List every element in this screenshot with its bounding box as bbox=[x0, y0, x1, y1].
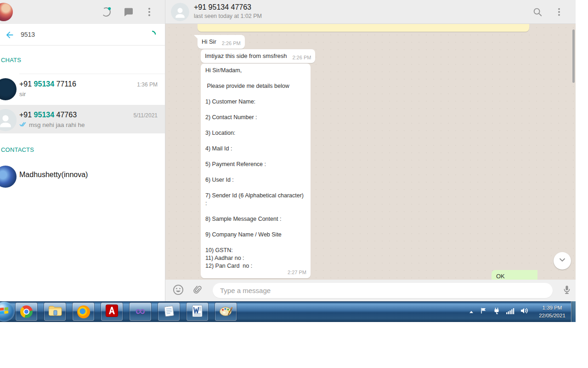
taskbar-firefox-button[interactable] bbox=[72, 302, 95, 321]
chat-name-prefix: +91 bbox=[19, 80, 34, 88]
chat-preview-text: msg nehi jaa rahi he bbox=[29, 121, 85, 128]
my-profile-avatar[interactable] bbox=[0, 3, 13, 21]
message-text: Hi Sir/Madam, Please provide me details … bbox=[205, 67, 306, 270]
menu-kebab-icon[interactable] bbox=[145, 6, 154, 19]
chat-name: +91 95134 47763 bbox=[19, 111, 77, 119]
visual-studio-icon: ∞ bbox=[136, 304, 145, 318]
chat-name-suffix: 47763 bbox=[54, 111, 77, 119]
chat-time: 5/11/2021 bbox=[134, 112, 158, 119]
chat-name-prefix: +91 bbox=[19, 111, 34, 119]
new-chat-icon[interactable] bbox=[123, 6, 134, 19]
chat-preview: sir bbox=[19, 91, 26, 98]
chat-list-item-77116[interactable]: +91 95134 77116 1:36 PM sir bbox=[0, 74, 165, 105]
windows-taskbar: ∞ 1:39 PM 22/05/2021 bbox=[0, 301, 576, 322]
message-time: 2:26 PM bbox=[222, 40, 241, 47]
sidebar: CHATS +91 95134 77116 1:36 PM sir +91 95… bbox=[0, 0, 165, 301]
chat-name-highlight: 95134 bbox=[34, 80, 55, 88]
message-bubble-incoming[interactable]: Hi Sir/Madam, Please provide me details … bbox=[201, 63, 311, 278]
contact-list-item-madhushetty[interactable]: Madhushetty(innova) bbox=[0, 162, 165, 193]
messages-scrollbar-thumb[interactable] bbox=[572, 29, 575, 83]
firefox-icon bbox=[77, 305, 90, 318]
paint-icon bbox=[219, 305, 233, 319]
double-check-icon bbox=[19, 121, 27, 128]
message-text: OK bbox=[496, 273, 505, 280]
composer-bar bbox=[165, 280, 576, 301]
back-arrow-icon[interactable] bbox=[5, 30, 15, 42]
message-bubble-incoming[interactable]: Hi Sir2:26 PM bbox=[198, 35, 245, 49]
adobe-reader-icon bbox=[106, 305, 118, 319]
show-desktop-button[interactable] bbox=[571, 301, 576, 322]
chat-avatar bbox=[0, 109, 17, 131]
taskbar-visual-studio-button[interactable]: ∞ bbox=[129, 302, 152, 321]
search-input[interactable] bbox=[21, 31, 131, 38]
conversation-header-icons bbox=[532, 7, 564, 19]
chat-avatar bbox=[0, 78, 17, 100]
chat-preview-text: sir bbox=[19, 91, 26, 98]
scroll-to-bottom-button[interactable] bbox=[554, 252, 571, 270]
message-time: 2:26 PM bbox=[292, 54, 311, 62]
contact-name: Madhushetty(innova) bbox=[19, 171, 88, 179]
action-center-flag[interactable] bbox=[480, 307, 487, 316]
chevron-down-icon bbox=[558, 255, 567, 266]
chat-preview: msg nehi jaa rahi he bbox=[19, 121, 85, 128]
message-time: 2:27 PM bbox=[288, 269, 306, 276]
taskbar-adobe-reader-button[interactable] bbox=[101, 302, 123, 321]
peer-last-seen: last seen today at 1:02 PM bbox=[194, 13, 262, 19]
messages-area[interactable]: Hi Sir2:26 PM Imtiyaz this side from sms… bbox=[165, 24, 576, 280]
conversation-panel: +91 95134 47763 last seen today at 1:02 … bbox=[165, 0, 576, 301]
hidden-icons-arrow[interactable] bbox=[469, 308, 474, 316]
windows-logo-icon bbox=[0, 307, 9, 316]
notepad-icon bbox=[163, 305, 175, 319]
message-text: Hi Sir bbox=[202, 38, 216, 46]
start-button[interactable] bbox=[0, 302, 15, 322]
message-bubble-incoming[interactable]: Imtiyaz this side from smsfresh2:26 PM bbox=[201, 49, 315, 63]
peer-meta: +91 95134 47763 last seen today at 1:02 … bbox=[194, 3, 262, 19]
clock-date: 22/05/2021 bbox=[534, 312, 570, 320]
word-icon bbox=[191, 305, 204, 319]
volume-icon[interactable] bbox=[520, 307, 528, 316]
whatsapp-web-window: CHATS +91 95134 77116 1:36 PM sir +91 95… bbox=[0, 0, 576, 301]
chats-section-label: CHATS bbox=[1, 57, 21, 63]
peer-title: +91 95134 47763 bbox=[194, 3, 262, 12]
search-bar bbox=[0, 24, 165, 46]
contact-avatar bbox=[0, 166, 17, 188]
attach-icon[interactable] bbox=[192, 284, 203, 297]
taskbar-explorer-button[interactable] bbox=[44, 302, 66, 321]
system-tray: 1:39 PM 22/05/2021 bbox=[469, 301, 570, 322]
sidebar-header bbox=[0, 0, 165, 24]
screen: CHATS +91 95134 77116 1:36 PM sir +91 95… bbox=[0, 0, 588, 368]
chat-name-suffix: 77116 bbox=[54, 80, 76, 88]
chat-name: +91 95134 77116 bbox=[19, 80, 76, 88]
conversation-header[interactable]: +91 95134 47763 last seen today at 1:02 … bbox=[165, 0, 576, 24]
chat-name-highlight: 95134 bbox=[34, 111, 55, 119]
chat-list-item-47763[interactable]: +91 95134 47763 5/11/2021 msg nehi jaa r… bbox=[0, 105, 165, 133]
taskbar-paint-button[interactable] bbox=[215, 302, 237, 321]
chrome-icon bbox=[20, 305, 33, 318]
taskbar-clock[interactable]: 1:39 PM 22/05/2021 bbox=[534, 304, 570, 319]
mic-icon[interactable] bbox=[561, 284, 572, 297]
message-input[interactable] bbox=[213, 283, 553, 298]
network-signal-icon[interactable] bbox=[506, 308, 514, 316]
encryption-notice-banner bbox=[198, 24, 529, 32]
emoji-icon[interactable] bbox=[172, 284, 184, 298]
message-text: Imtiyaz this side from smsfresh bbox=[205, 52, 287, 60]
menu-kebab-icon[interactable] bbox=[554, 7, 564, 19]
explorer-folder-icon bbox=[48, 305, 62, 318]
search-icon[interactable] bbox=[532, 7, 543, 19]
peer-avatar[interactable] bbox=[171, 3, 189, 21]
status-icon[interactable] bbox=[101, 6, 112, 19]
message-bubble-outgoing[interactable]: OK bbox=[492, 270, 537, 280]
taskbar-notepad-button[interactable] bbox=[158, 302, 180, 321]
taskbar-apps: ∞ bbox=[15, 302, 237, 321]
contacts-section-label: CONTACTS bbox=[1, 146, 34, 153]
chat-time: 1:36 PM bbox=[137, 81, 158, 88]
chat-list: CHATS +91 95134 77116 1:36 PM sir +91 95… bbox=[0, 46, 165, 301]
clock-time: 1:39 PM bbox=[534, 304, 570, 312]
sidebar-header-icons bbox=[101, 6, 154, 19]
power-plug-icon[interactable] bbox=[493, 307, 500, 316]
taskbar-chrome-button[interactable] bbox=[15, 302, 38, 321]
taskbar-word-button[interactable] bbox=[186, 302, 209, 321]
spinner-icon bbox=[147, 30, 157, 41]
